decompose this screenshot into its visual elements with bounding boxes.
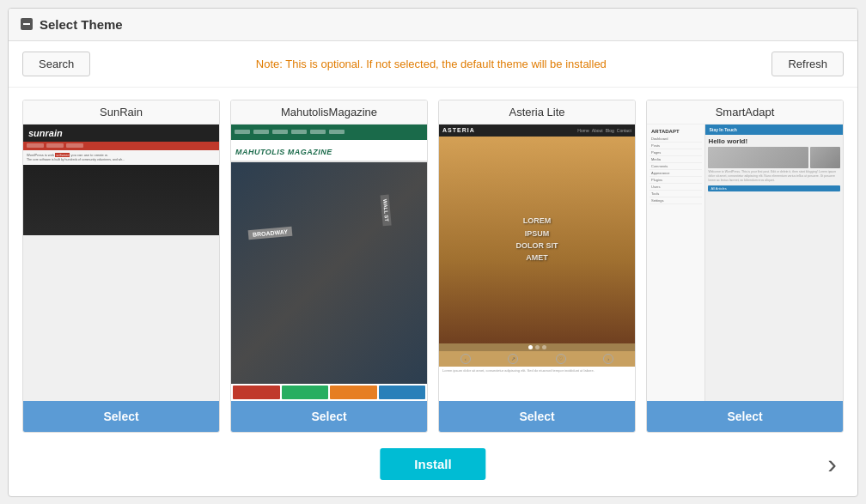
- smartadapt-header-text: Stay In Touch: [709, 127, 736, 132]
- note-content: This is optional. If not selected, the d…: [285, 58, 607, 70]
- search-button[interactable]: Search: [22, 52, 90, 76]
- select-theme-dialog: Select Theme Search Note: This is option…: [8, 8, 858, 497]
- theme-preview-mahutolis: MAHUTOLIS MAGAZINE BROADWAY WALL ST: [231, 124, 427, 401]
- select-button-asteria[interactable]: Select: [439, 401, 635, 432]
- theme-preview-sunrain: sunrain sunrain: [23, 124, 219, 401]
- theme-name-sunrain: SunRain: [23, 100, 219, 124]
- theme-preview-smartadapt: ARTADAPT Dashboard Posts Pages Media Com…: [647, 124, 843, 401]
- install-button[interactable]: Install: [380, 448, 485, 480]
- bottom-area: Install ›: [9, 445, 857, 496]
- theme-name-smartadapt: SmartAdapt: [647, 100, 843, 124]
- smartadapt-hello: Hello world!: [708, 137, 840, 145]
- theme-card-asteria: Asteria Lite ASTERIA Home About Blog Con…: [438, 100, 636, 433]
- select-button-smartadapt[interactable]: Select: [647, 401, 843, 432]
- theme-card-sunrain: SunRain sunrain sunrain: [22, 100, 220, 433]
- dialog-title: Select Theme: [40, 17, 123, 32]
- theme-preview-asteria: ASTERIA Home About Blog Contact LOREMIPS…: [439, 124, 635, 401]
- asteria-heart[interactable]: ♡: [556, 354, 566, 364]
- asteria-next[interactable]: ›: [603, 354, 613, 364]
- toolbar: Search Note: This is optional. If not se…: [9, 41, 857, 88]
- asteria-overlay: LOREMIPSUMDOLOR SITAMET: [516, 215, 558, 264]
- asteria-share[interactable]: ↗: [508, 354, 518, 364]
- themes-container: SunRain sunrain sunrain: [9, 88, 857, 445]
- asteria-prev[interactable]: ‹: [460, 354, 471, 364]
- sunrain-text: WordPress is web software you can use to…: [23, 150, 219, 165]
- next-arrow[interactable]: ›: [827, 448, 844, 480]
- mahutolis-title: MAHUTOLIS MAGAZINE: [235, 148, 332, 156]
- theme-card-mahutolis: MahutolisMagazine MAHUTOLIS MAGAZINE BRO…: [230, 100, 428, 433]
- sunrain-logo: sunrain: [28, 128, 63, 138]
- dialog-icon: [21, 18, 33, 30]
- select-button-mahutolis[interactable]: Select: [231, 401, 427, 432]
- theme-name-asteria: Asteria Lite: [439, 100, 635, 124]
- refresh-button[interactable]: Refresh: [771, 52, 844, 76]
- theme-card-smartadapt: SmartAdapt ARTADAPT Dashboard Posts Page…: [646, 100, 844, 433]
- asteria-logo: ASTERIA: [442, 127, 475, 133]
- dialog-header: Select Theme: [9, 9, 857, 41]
- select-button-sunrain[interactable]: Select: [23, 401, 219, 432]
- note-prefix: Note:: [256, 58, 285, 70]
- note-text: Note: This is optional. If not selected,…: [256, 58, 607, 70]
- theme-name-mahutolis: MahutolisMagazine: [231, 100, 427, 124]
